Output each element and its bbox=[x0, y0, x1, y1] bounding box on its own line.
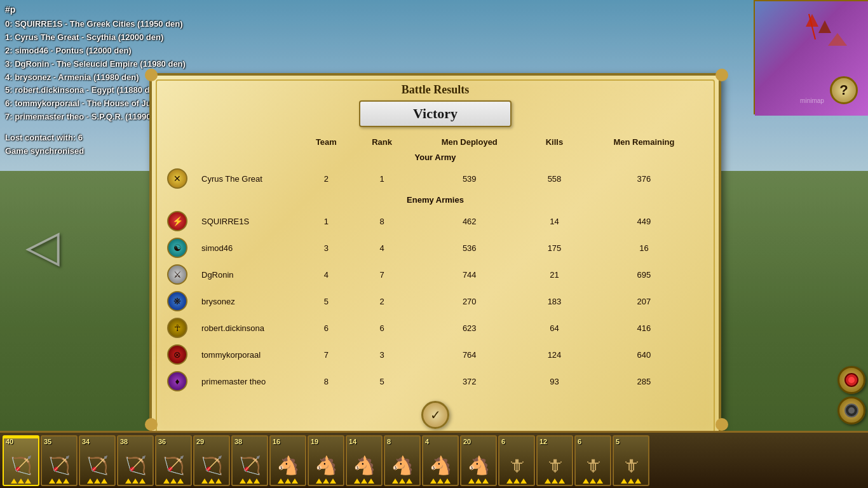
unit-icon: 🐴 bbox=[430, 455, 452, 476]
unit-card[interactable]: 35 🏹 bbox=[41, 435, 78, 486]
unit-count: 8 bbox=[387, 438, 391, 445]
unit-count: 16 bbox=[273, 438, 280, 445]
army-avatar: ⚡ bbox=[167, 211, 187, 231]
avatar-cell: ⚡ bbox=[162, 208, 196, 234]
arrow-icon bbox=[101, 478, 107, 484]
arrow-icon bbox=[247, 478, 253, 484]
unit-arrows bbox=[240, 478, 260, 484]
unit-count: 34 bbox=[82, 438, 90, 445]
unit-icon: 🗡 bbox=[622, 455, 640, 476]
unit-card[interactable]: 4 🐴 bbox=[422, 435, 459, 486]
player-men-remaining: 285 bbox=[580, 368, 709, 395]
unit-card[interactable]: 19 🐴 bbox=[308, 435, 344, 486]
arrow-icon bbox=[163, 478, 170, 484]
arrow-icon bbox=[482, 478, 489, 484]
player-kills: 93 bbox=[529, 368, 580, 395]
unit-card[interactable]: 5 🗡 bbox=[613, 435, 649, 486]
arrow-icon bbox=[285, 478, 291, 484]
arrow-icon bbox=[406, 478, 412, 484]
unit-card[interactable]: 36 🏹 bbox=[155, 435, 192, 486]
player-2: 2: simod46 - Pontus (12000 den) bbox=[5, 44, 351, 58]
unit-icon: 🐴 bbox=[353, 455, 376, 476]
player-team: 5 bbox=[298, 288, 355, 315]
player-men-remaining: 16 bbox=[580, 234, 709, 261]
player-3: 3: DgRonin - The Seleucid Empire (11980 … bbox=[5, 58, 351, 71]
side-button-top[interactable] bbox=[837, 366, 865, 394]
unit-arrows bbox=[392, 478, 412, 484]
unit-arrows bbox=[278, 478, 298, 484]
col-men-remaining: Men Remaining bbox=[580, 135, 709, 149]
unit-card[interactable]: 8 🐴 bbox=[384, 435, 421, 486]
player-rank: 5 bbox=[355, 368, 410, 395]
unit-icon: 🏹 bbox=[10, 455, 32, 476]
arrow-icon bbox=[201, 478, 208, 484]
unit-count: 6 bbox=[501, 438, 505, 445]
unit-arrows bbox=[125, 478, 146, 484]
unit-card[interactable]: 14 🐴 bbox=[346, 435, 383, 486]
avatar-cell: ⊗ bbox=[162, 341, 196, 368]
confirm-button[interactable]: ✓ bbox=[421, 401, 449, 429]
avatar-cell: ❋ bbox=[162, 288, 196, 315]
table-row: ❋ brysonez 5 2 270 183 207 bbox=[162, 288, 709, 315]
arrow-icon bbox=[25, 478, 31, 484]
unit-card[interactable]: 40 🏹 bbox=[3, 435, 39, 486]
unit-arrows bbox=[49, 478, 69, 484]
arrow-icon bbox=[597, 478, 603, 484]
unit-arrows bbox=[354, 478, 374, 484]
unit-icon: 🏹 bbox=[125, 455, 147, 476]
unit-icon: 🏹 bbox=[201, 455, 223, 476]
unit-card[interactable]: 38 🏹 bbox=[231, 435, 268, 486]
side-button-bottom[interactable] bbox=[837, 396, 865, 424]
unit-card[interactable]: 20 🐴 bbox=[460, 435, 497, 486]
col-men-deployed: Men Deployed bbox=[409, 135, 529, 149]
arrow-icon bbox=[513, 478, 520, 484]
table-row: ⚔ DgRonin 4 7 744 21 695 bbox=[162, 261, 709, 288]
player-rank: 3 bbox=[355, 341, 410, 368]
game-title: #p bbox=[5, 3, 351, 17]
army-avatar: ☥ bbox=[167, 318, 187, 338]
svg-point-7 bbox=[848, 377, 855, 383]
player-men-deployed: 536 bbox=[409, 234, 529, 261]
left-arrow-icon[interactable]: ◁ bbox=[25, 220, 60, 272]
arrow-icon bbox=[18, 478, 24, 484]
unit-card[interactable]: 6 🗡 bbox=[574, 435, 611, 486]
unit-arrows bbox=[11, 478, 31, 484]
unit-card[interactable]: 6 🗡 bbox=[498, 435, 535, 486]
unit-count: 40 bbox=[6, 438, 13, 445]
arrow-icon bbox=[215, 478, 222, 484]
unit-icon: 🗡 bbox=[546, 455, 564, 476]
scroll-corner-br bbox=[715, 418, 728, 431]
player-name: primemaster theo bbox=[196, 368, 298, 395]
player-men-remaining: 640 bbox=[580, 341, 709, 368]
player-kills: 14 bbox=[529, 208, 580, 234]
player-kills: 175 bbox=[529, 234, 580, 261]
unit-card[interactable]: 12 🗡 bbox=[536, 435, 573, 486]
player-name: robert.dickinsona bbox=[196, 315, 298, 341]
army-avatar: ⊗ bbox=[167, 344, 187, 365]
arrow-icon bbox=[254, 478, 260, 484]
unit-card[interactable]: 16 🐴 bbox=[269, 435, 306, 486]
player-men-deployed: 462 bbox=[409, 208, 529, 234]
scroll-corner-tr bbox=[715, 69, 728, 81]
player-rank: 2 bbox=[355, 288, 410, 315]
help-button[interactable]: ? bbox=[830, 76, 858, 104]
unit-arrows bbox=[163, 478, 184, 484]
unit-icon: 🏹 bbox=[48, 455, 71, 476]
results-table: Team Rank Men Deployed Kills Men Remaini… bbox=[162, 135, 709, 395]
unit-icon: 🏹 bbox=[239, 455, 261, 476]
arrow-icon bbox=[49, 478, 55, 484]
unit-count: 4 bbox=[425, 438, 429, 445]
unit-card[interactable]: 34 🏹 bbox=[79, 435, 116, 486]
player-name: DgRonin bbox=[196, 261, 298, 288]
player-men-deployed: 539 bbox=[409, 165, 529, 192]
unit-card[interactable]: 29 🏹 bbox=[193, 435, 230, 486]
unit-arrows bbox=[87, 478, 107, 484]
player-rank: 8 bbox=[355, 208, 410, 234]
player-men-remaining: 376 bbox=[580, 165, 709, 192]
arrow-icon bbox=[506, 478, 513, 484]
army-avatar: ✕ bbox=[167, 168, 187, 189]
arrow-icon bbox=[354, 478, 360, 484]
unit-arrows bbox=[621, 478, 641, 484]
unit-card[interactable]: 38 🏹 bbox=[117, 435, 154, 486]
arrow-icon bbox=[475, 478, 482, 484]
